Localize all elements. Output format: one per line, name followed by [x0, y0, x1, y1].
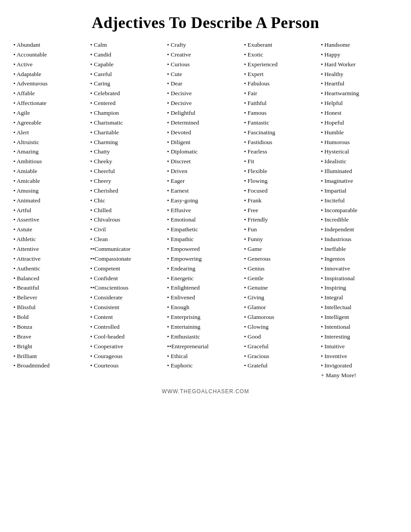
- word-item: Helpful: [321, 98, 398, 108]
- word-item: Honest: [321, 108, 398, 118]
- word-item: Authentic: [13, 264, 90, 274]
- word-item: Alert: [13, 128, 90, 137]
- word-item: Endearing: [167, 264, 244, 274]
- word-item: Fit: [244, 157, 321, 166]
- word-item: Genuine: [244, 283, 321, 293]
- word-item: Chivalrous: [90, 215, 167, 225]
- word-item: Incomparable: [321, 206, 398, 215]
- word-item: Cooperative: [90, 342, 167, 351]
- word-item: Chatty: [90, 147, 167, 157]
- word-item: Inventive: [321, 351, 398, 361]
- word-item: Brilliant: [13, 351, 90, 361]
- word-item: Enlivened: [167, 293, 244, 302]
- word-item: Entertaining: [167, 322, 244, 332]
- word-item: Artful: [13, 206, 90, 215]
- word-item: Glamor: [244, 302, 321, 312]
- word-item: Ambitious: [13, 157, 90, 166]
- word-item: Friendly: [244, 215, 321, 225]
- word-item: Famous: [244, 108, 321, 118]
- word-item: Diligent: [167, 137, 244, 147]
- word-item: Grateful: [244, 361, 321, 371]
- word-item: Game: [244, 244, 321, 254]
- word-item: Funny: [244, 234, 321, 244]
- word-item: Agile: [13, 108, 90, 118]
- word-item: Heartful: [321, 79, 398, 89]
- word-item: Giving: [244, 293, 321, 302]
- word-item: Courteous: [90, 361, 167, 371]
- word-item: Adaptable: [13, 69, 90, 79]
- word-item: Energetic: [167, 274, 244, 283]
- word-item: Cute: [167, 69, 244, 79]
- word-item: Agreeable: [13, 118, 90, 128]
- word-item: Empowered: [167, 244, 244, 254]
- word-item: Enlightened: [167, 283, 244, 293]
- word-item: Healthy: [321, 69, 398, 79]
- word-item: Faithful: [244, 98, 321, 108]
- word-item: Exuberant: [244, 40, 321, 50]
- word-item: Integral: [321, 293, 398, 302]
- word-item: Cheerful: [90, 166, 167, 176]
- word-item: Innovative: [321, 264, 398, 274]
- word-item: Champion: [90, 108, 167, 118]
- word-item: Expert: [244, 69, 321, 79]
- word-item: Bright: [13, 342, 90, 351]
- word-item: Good: [244, 332, 321, 342]
- word-item: Fun: [244, 225, 321, 234]
- word-item: Hysterical: [321, 147, 398, 157]
- word-item: Independent: [321, 225, 398, 234]
- word-item: Capable: [90, 60, 167, 69]
- word-item: Abundant: [13, 40, 90, 50]
- word-item: Confident: [90, 274, 167, 283]
- word-item: Cheeky: [90, 157, 167, 166]
- word-item: Enthusiastic: [167, 332, 244, 342]
- word-item: •Communicator: [90, 244, 167, 254]
- word-item: Assertive: [13, 215, 90, 225]
- word-item: Charming: [90, 137, 167, 147]
- word-item: Genius: [244, 264, 321, 274]
- page-title: Adjectives To Describe A Person: [9, 13, 402, 32]
- word-item: Fantastic: [244, 118, 321, 128]
- word-item: Exotic: [244, 50, 321, 60]
- word-item: Crafty: [167, 40, 244, 50]
- word-item: Empathetic: [167, 225, 244, 234]
- word-item: Celebrated: [90, 89, 167, 98]
- word-item: Intentional: [321, 322, 398, 332]
- word-item: Charismatic: [90, 118, 167, 128]
- word-item: Calm: [90, 40, 167, 50]
- word-item: Fearless: [244, 147, 321, 157]
- word-item: Heartwarming: [321, 89, 398, 98]
- word-item: Illuminated: [321, 166, 398, 176]
- word-item: Incredible: [321, 215, 398, 225]
- word-item: •Compassionate: [90, 254, 167, 264]
- word-item: Ingenios: [321, 254, 398, 264]
- word-item: Diplomatic: [167, 147, 244, 157]
- word-item: Flexible: [244, 166, 321, 176]
- word-item: Happy: [321, 50, 398, 60]
- word-item: •Entrepreneurial: [167, 342, 244, 351]
- word-item: Graceful: [244, 342, 321, 351]
- word-item: Animated: [13, 196, 90, 206]
- word-item: Fair: [244, 89, 321, 98]
- word-item: Enterprising: [167, 312, 244, 322]
- word-item: Competent: [90, 264, 167, 274]
- word-item: Inciteful: [321, 196, 398, 206]
- word-item: Creative: [167, 50, 244, 60]
- word-item: Civil: [90, 225, 167, 234]
- word-item: Charitable: [90, 128, 167, 137]
- word-item: Intelligent: [321, 312, 398, 322]
- word-item: Altruistic: [13, 137, 90, 147]
- word-item: Believer: [13, 293, 90, 302]
- word-item: Affable: [13, 89, 90, 98]
- word-item: Easy-going: [167, 196, 244, 206]
- word-item: Bonza: [13, 322, 90, 332]
- column-col2: CalmCandidCapableCarefulCaringCelebrated…: [90, 40, 167, 380]
- word-item: Cherished: [90, 186, 167, 196]
- word-item: Enough: [167, 302, 244, 312]
- word-item: Beautiful: [13, 283, 90, 293]
- word-item: Intuitive: [321, 342, 398, 351]
- word-item: Earnest: [167, 186, 244, 196]
- word-item: Bold: [13, 312, 90, 322]
- word-item: Controlled: [90, 322, 167, 332]
- column-col5: HandsomeHappyHard WorkerHealthyHeartfulH…: [321, 40, 398, 380]
- word-item: Delightful: [167, 108, 244, 118]
